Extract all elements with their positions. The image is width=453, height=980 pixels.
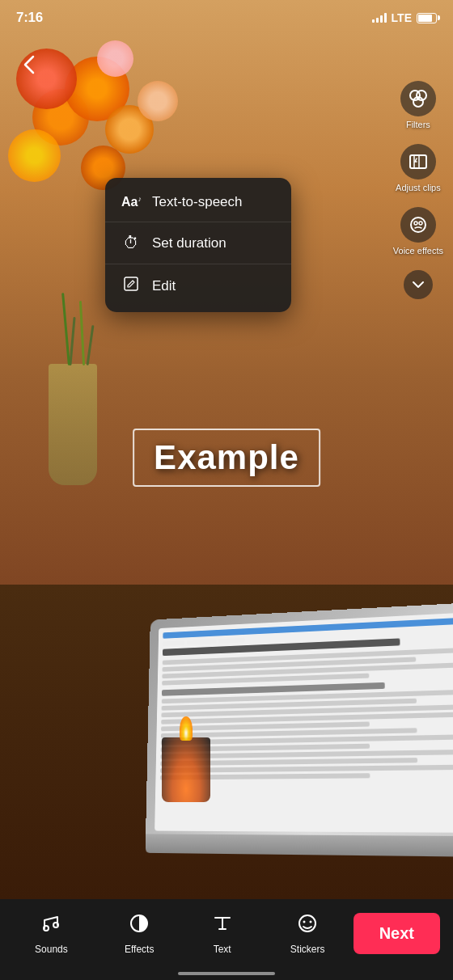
set-duration-menu-item[interactable]: ⏱ Set duration	[105, 222, 291, 264]
text-label: Text	[214, 944, 231, 955]
battery-icon	[417, 13, 437, 23]
voice-effects-button[interactable]: Voice effects	[393, 207, 443, 256]
svg-point-10	[44, 926, 49, 931]
text-to-speech-icon: Aa♪	[121, 195, 141, 209]
signal-bar-3	[380, 15, 383, 23]
signal-bar-2	[376, 18, 379, 23]
vase	[49, 364, 97, 485]
sounds-label: Sounds	[35, 944, 68, 955]
effects-label: Effects	[125, 944, 154, 955]
context-menu: Aa♪ Text-to-speech ⏱ Set duration Edit	[105, 178, 291, 312]
status-time: 7:16	[16, 10, 43, 26]
text-icon	[211, 912, 234, 940]
svg-point-13	[299, 915, 315, 931]
signal-bars	[372, 13, 387, 23]
set-duration-label: Set duration	[152, 235, 226, 251]
sounds-tab[interactable]: Sounds	[25, 906, 78, 961]
filters-label: Filters	[406, 120, 430, 129]
svg-point-15	[310, 920, 312, 923]
text-to-speech-label: Text-to-speech	[152, 194, 243, 210]
battery-fill	[418, 15, 432, 22]
svg-rect-3	[410, 155, 426, 168]
next-button[interactable]: Next	[354, 913, 440, 954]
voice-effects-icon	[400, 207, 436, 243]
svg-point-8	[419, 222, 422, 225]
edit-label: Edit	[152, 278, 176, 294]
svg-point-11	[53, 923, 58, 927]
lte-label: LTE	[392, 11, 412, 24]
text-overlay-content: Example	[154, 438, 299, 476]
flame	[180, 716, 193, 741]
sounds-icon	[40, 912, 62, 940]
text-tab[interactable]: Text	[201, 906, 243, 961]
bottom-tabs: Sounds Effects Text	[6, 906, 354, 961]
back-button[interactable]	[13, 49, 45, 81]
signal-bar-1	[372, 19, 375, 23]
candle	[162, 737, 210, 802]
svg-point-14	[303, 920, 306, 923]
bottom-bar: Sounds Effects Text	[0, 899, 453, 980]
adjust-clips-icon	[400, 144, 436, 180]
edit-icon	[121, 276, 141, 296]
adjust-clips-button[interactable]: Adjust clips	[396, 144, 441, 192]
set-duration-icon: ⏱	[121, 234, 141, 252]
filters-icon	[400, 81, 436, 116]
edit-menu-item[interactable]: Edit	[105, 264, 291, 307]
adjust-clips-label: Adjust clips	[396, 183, 441, 192]
status-bar: 7:16 LTE	[0, 0, 453, 36]
status-icons: LTE	[372, 11, 437, 24]
svg-point-6	[411, 218, 425, 232]
svg-rect-9	[125, 277, 138, 290]
text-to-speech-menu-item[interactable]: Aa♪ Text-to-speech	[105, 183, 291, 222]
effects-tab[interactable]: Effects	[115, 906, 163, 961]
home-indicator	[178, 972, 275, 975]
voice-effects-label: Voice effects	[393, 246, 443, 256]
filters-button[interactable]: Filters	[400, 81, 436, 129]
right-toolbar: Filters Adjust clips Voice effects	[393, 81, 443, 299]
stickers-tab[interactable]: Stickers	[281, 906, 335, 961]
stickers-icon	[296, 912, 319, 940]
signal-bar-4	[384, 13, 387, 23]
stickers-label: Stickers	[290, 944, 325, 955]
text-overlay[interactable]: Example	[133, 429, 320, 487]
expand-toolbar-button[interactable]	[404, 270, 433, 299]
effects-icon	[128, 912, 150, 940]
svg-point-7	[414, 222, 417, 225]
